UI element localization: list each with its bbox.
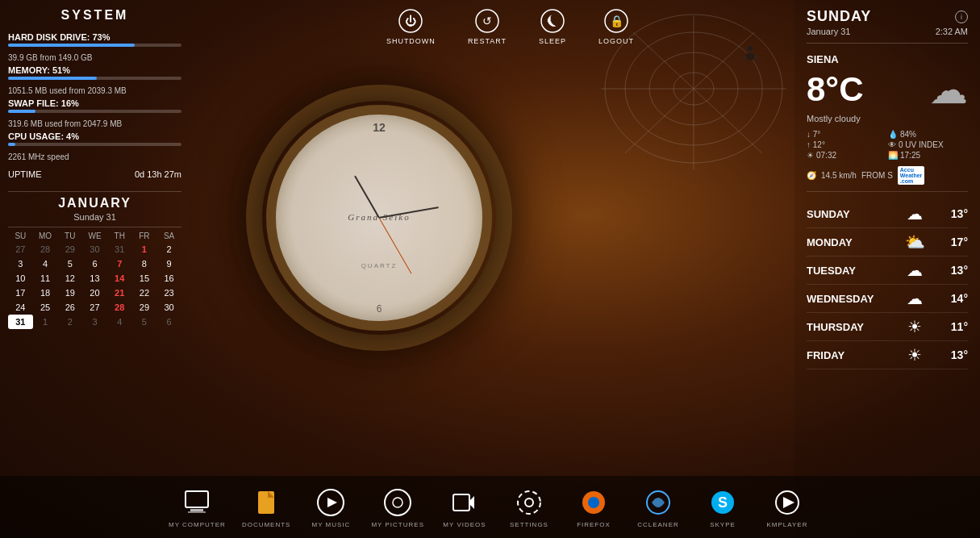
top-icon-shutdown[interactable]: ⏻ SHUTDOWN [386, 8, 436, 45]
top-icon-logout[interactable]: 🔒 LOGOUT [598, 8, 634, 45]
cal-day[interactable]: 20 [82, 286, 107, 300]
dock-label-documents: DOCUMENTS [242, 521, 291, 528]
cal-day[interactable]: 8 [132, 256, 157, 271]
cal-day[interactable]: 25 [33, 300, 58, 315]
svg-point-43 [588, 497, 599, 508]
calendar-grid: SUMOTUWETHFRSA27282930311234567891011121… [8, 230, 181, 329]
cal-day[interactable]: 29 [132, 300, 157, 315]
cal-day[interactable]: 12 [57, 271, 82, 286]
info-icon[interactable]: i [955, 10, 968, 23]
svg-rect-31 [190, 509, 203, 511]
svg-rect-30 [186, 491, 208, 507]
cal-day[interactable]: 26 [57, 300, 82, 315]
cal-day[interactable]: 5 [132, 315, 157, 329]
cal-header-we: WE [82, 230, 107, 242]
svg-line-1 [694, 32, 754, 89]
watch-face: Grand Seiko QUARTZ 12 6 [266, 105, 492, 331]
cal-day[interactable]: 3 [82, 315, 107, 329]
svg-point-37 [393, 498, 402, 507]
svg-line-21 [755, 56, 760, 68]
dock-item-documents[interactable]: DOCUMENTS [242, 486, 291, 528]
cpu-label: CPU USAGE: 4% [8, 131, 181, 141]
swap-label: SWAP FILE: 16% [8, 98, 181, 108]
cal-header-fr: FR [132, 230, 157, 242]
cal-day[interactable]: 19 [57, 286, 82, 300]
calendar-subtitle: Sunday 31 [8, 212, 181, 222]
hdd-label: HARD DISK DRIVE: 73% [8, 32, 181, 42]
cal-day[interactable]: 24 [8, 300, 33, 315]
forecast-weather-icon: ☁ [903, 204, 927, 223]
cal-day[interactable]: 31 [107, 242, 132, 256]
uptime-label: UPTIME [8, 169, 42, 179]
documents-icon [250, 486, 282, 519]
uv-index: 👁0 UV INDEX [888, 140, 968, 149]
cal-day[interactable]: 18 [33, 286, 58, 300]
cal-day[interactable]: 6 [82, 256, 107, 271]
uptime-row: UPTIME 0d 13h 27m [8, 169, 181, 179]
weather-details: ↓ 7° 💧84% ↑ 12° 👁0 UV INDEX ☀07:32 🌅17:2… [807, 130, 968, 160]
cal-day[interactable]: 22 [132, 286, 157, 300]
cal-day[interactable]: 29 [57, 242, 82, 256]
cal-day[interactable]: 3 [8, 256, 33, 271]
swap-sub: 319.6 MB used from 2047.9 MB [8, 119, 181, 128]
logout-icon: 🔒 [603, 8, 629, 34]
my-videos-icon [448, 486, 481, 519]
top-icon-restart[interactable]: ↺ RESTART [468, 8, 507, 45]
memory-label: MEMORY: 51% [8, 65, 181, 75]
cal-day[interactable]: 15 [132, 271, 157, 286]
svg-line-18 [755, 52, 763, 56]
dock-item-firefox[interactable]: FIREFOX [569, 486, 618, 528]
forecast-row: THURSDAY ☀ 11° [807, 313, 968, 341]
cal-day[interactable]: 16 [156, 271, 181, 286]
cpu-sub: 2261 MHz speed [8, 152, 181, 161]
cal-day[interactable]: 27 [8, 242, 33, 256]
cal-day[interactable]: 11 [33, 271, 58, 286]
forecast-day-name: SUNDAY [807, 208, 879, 220]
dock-item-kmplayer[interactable]: KMPLAYER [763, 486, 811, 528]
svg-line-14 [737, 52, 745, 56]
forecast-row: TUESDAY ☁ 13° [807, 256, 968, 285]
cal-day[interactable]: 4 [107, 315, 132, 329]
cal-day[interactable]: 14 [107, 271, 132, 286]
cal-day[interactable]: 2 [57, 315, 82, 329]
system-title: SYSTEM [8, 8, 181, 23]
cal-day[interactable]: 28 [33, 242, 58, 256]
cal-day[interactable]: 31 [8, 315, 33, 329]
dock-item-my-videos[interactable]: MY VIDEOS [440, 486, 489, 528]
weather-temp: 8°C [807, 70, 864, 109]
cal-day[interactable]: 4 [33, 256, 58, 271]
cal-day[interactable]: 30 [156, 300, 181, 315]
cal-day[interactable]: 1 [33, 315, 58, 329]
hdd-progress-bar [8, 44, 135, 47]
cal-day[interactable]: 23 [156, 286, 181, 300]
top-icon-sleep[interactable]: ⏾ SLEEP [539, 8, 566, 45]
cal-day[interactable]: 7 [107, 256, 132, 271]
cal-day[interactable]: 2 [156, 242, 181, 256]
dock-item-ccleaner[interactable]: CCLEANER [634, 486, 682, 528]
cal-day[interactable]: 6 [156, 315, 181, 329]
dock-item-my-music[interactable]: MY MUSIC [307, 486, 355, 528]
cal-day[interactable]: 13 [82, 271, 107, 286]
top-icons-bar: ⏻ SHUTDOWN ↺ RESTART ⏾ SLEEP 🔒 LOGOUT [323, 8, 698, 45]
dock-item-skype[interactable]: S SKYPE [699, 486, 747, 528]
cal-day[interactable]: 5 [57, 256, 82, 271]
high-temp: ↑ 12° [807, 140, 886, 149]
weather-cloud-icon: ☁ [929, 67, 968, 112]
cal-day[interactable]: 28 [107, 300, 132, 315]
cal-day[interactable]: 9 [156, 256, 181, 271]
forecast-temp: 13° [951, 264, 968, 277]
cpu-progress-container [8, 143, 181, 146]
dock-item-my-pictures[interactable]: MY PICTURES [371, 486, 424, 528]
dock-item-settings[interactable]: SETTINGS [505, 486, 553, 528]
sleep-icon: ⏾ [540, 8, 565, 34]
cal-day[interactable]: 1 [132, 242, 157, 256]
cal-day[interactable]: 27 [82, 300, 107, 315]
cal-day[interactable]: 30 [82, 242, 107, 256]
forecast-row: MONDAY ⛅ 17° [807, 228, 968, 256]
cal-day[interactable]: 21 [107, 286, 132, 300]
cal-day[interactable]: 10 [8, 271, 33, 286]
cal-day[interactable]: 17 [8, 286, 33, 300]
shutdown-icon: ⏻ [398, 8, 423, 34]
dock-item-my-computer[interactable]: MY COMPUTER [169, 486, 226, 528]
svg-text:S: S [718, 494, 728, 511]
